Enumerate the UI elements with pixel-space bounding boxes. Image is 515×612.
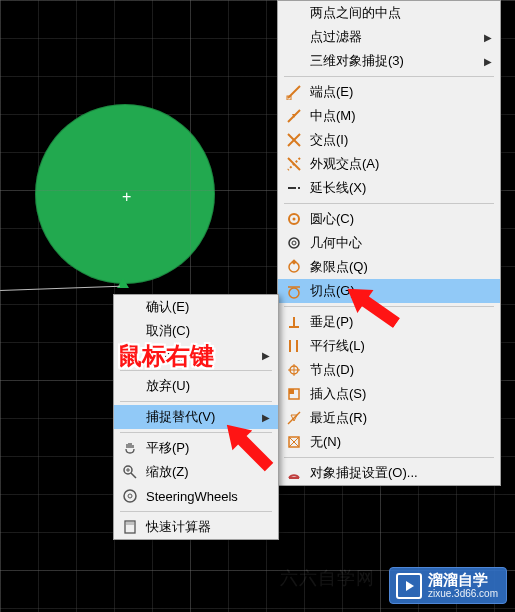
svg-rect-15	[291, 259, 297, 265]
menu-steering-wheels[interactable]: SteeringWheels	[114, 484, 278, 508]
apparent-intersection-icon	[284, 156, 304, 172]
menu-separator	[284, 203, 494, 204]
menu-label: 对象捕捉设置(O)...	[310, 464, 492, 482]
menu-point-filter[interactable]: 点过滤器 ▶	[278, 25, 500, 49]
faint-watermark: 六六自学网	[280, 566, 375, 590]
menu-separator	[120, 401, 272, 402]
menu-label: 捕捉替代(V)	[146, 408, 244, 426]
menu-zoom[interactable]: 缩放(Z)	[114, 460, 278, 484]
menu-apparent-intersection[interactable]: 外观交点(A)	[278, 152, 500, 176]
menu-label: 动态输入	[146, 346, 244, 364]
pan-icon	[120, 440, 140, 456]
svg-rect-40	[126, 522, 134, 525]
menu-center[interactable]: 圆心(C)	[278, 207, 500, 231]
menu-label: 最近点(R)	[310, 409, 492, 427]
menu-snap-override[interactable]: 捕捉替代(V) ▶	[114, 405, 278, 429]
zoom-icon	[120, 464, 140, 480]
svg-point-16	[289, 288, 299, 298]
crosshair-cursor: +	[122, 188, 131, 206]
menu-3d-osnap[interactable]: 三维对象捕捉(3) ▶	[278, 49, 500, 73]
endpoint-icon	[284, 84, 304, 100]
svg-line-27	[288, 412, 300, 424]
watermark-url: zixue.3d66.com	[428, 589, 498, 599]
play-icon	[396, 573, 422, 599]
menu-confirm[interactable]: 确认(E)	[114, 295, 278, 319]
svg-point-13	[292, 241, 296, 245]
menu-label: 无(N)	[310, 433, 492, 451]
menu-label: 缩放(Z)	[146, 463, 270, 481]
menu-geom-center[interactable]: 几何中心	[278, 231, 500, 255]
menu-separator	[120, 370, 272, 371]
menu-tangent[interactable]: 切点(G)	[278, 279, 500, 303]
center-icon	[284, 211, 304, 227]
menu-label: 节点(D)	[310, 361, 492, 379]
svg-rect-26	[289, 389, 294, 394]
menu-separator	[284, 76, 494, 77]
menu-node[interactable]: 节点(D)	[278, 358, 500, 382]
menu-separator	[284, 306, 494, 307]
menu-label: SteeringWheels	[146, 489, 270, 504]
insertion-icon	[284, 386, 304, 402]
watermark-title: 溜溜自学	[428, 572, 498, 587]
menu-label: 几何中心	[310, 234, 492, 252]
submenu-arrow-icon: ▶	[262, 350, 270, 361]
menu-label: 切点(G)	[310, 282, 492, 300]
menu-midpoint-between[interactable]: 两点之间的中点	[278, 1, 500, 25]
nearest-icon	[284, 410, 304, 426]
submenu-arrow-icon: ▶	[262, 412, 270, 423]
menu-dynamic-input[interactable]: 动态输入 ▶	[114, 343, 278, 367]
osnap-submenu: 两点之间的中点 点过滤器 ▶ 三维对象捕捉(3) ▶ 端点(E) 中点(M) 交…	[277, 0, 501, 486]
svg-point-38	[128, 494, 132, 498]
menu-label: 插入点(S)	[310, 385, 492, 403]
watermark-badge: 溜溜自学 zixue.3d66.com	[389, 567, 507, 604]
menu-intersection[interactable]: 交点(I)	[278, 128, 500, 152]
menu-label: 端点(E)	[310, 83, 492, 101]
osnap-settings-icon	[284, 465, 304, 481]
svg-point-12	[289, 238, 299, 248]
submenu-arrow-icon: ▶	[484, 32, 492, 43]
menu-label: 延长线(X)	[310, 179, 492, 197]
steering-wheels-icon	[120, 488, 140, 504]
menu-label: 三维对象捕捉(3)	[310, 52, 466, 70]
menu-cancel[interactable]: 取消(C)	[114, 319, 278, 343]
svg-line-34	[131, 473, 136, 478]
context-menu: 确认(E) 取消(C) 动态输入 ▶ 放弃(U) 捕捉替代(V) ▶ 平移(P)…	[113, 294, 279, 540]
menu-midpoint[interactable]: 中点(M)	[278, 104, 500, 128]
menu-label: 两点之间的中点	[310, 4, 492, 22]
menu-label: 交点(I)	[310, 131, 492, 149]
quadrant-icon	[284, 259, 304, 275]
node-icon	[284, 362, 304, 378]
menu-label: 确认(E)	[146, 298, 270, 316]
menu-endpoint[interactable]: 端点(E)	[278, 80, 500, 104]
menu-discard[interactable]: 放弃(U)	[114, 374, 278, 398]
intersection-icon	[284, 132, 304, 148]
menu-pan[interactable]: 平移(P)	[114, 436, 278, 460]
menu-label: 点过滤器	[310, 28, 466, 46]
menu-insertion[interactable]: 插入点(S)	[278, 382, 500, 406]
geom-center-icon	[284, 235, 304, 251]
extension-icon	[284, 180, 304, 196]
menu-quadrant[interactable]: 象限点(Q)	[278, 255, 500, 279]
tangent-icon	[284, 283, 304, 299]
menu-osnap-settings[interactable]: 对象捕捉设置(O)...	[278, 461, 500, 485]
menu-label: 中点(M)	[310, 107, 492, 125]
menu-label: 取消(C)	[146, 322, 270, 340]
construction-line	[0, 286, 120, 291]
menu-label: 圆心(C)	[310, 210, 492, 228]
menu-none[interactable]: 无(N)	[278, 430, 500, 454]
menu-label: 平移(P)	[146, 439, 270, 457]
svg-point-11	[293, 218, 296, 221]
parallel-icon	[284, 338, 304, 354]
menu-parallel[interactable]: 平行线(L)	[278, 334, 500, 358]
menu-separator	[120, 432, 272, 433]
menu-nearest[interactable]: 最近点(R)	[278, 406, 500, 430]
calculator-icon	[120, 519, 140, 535]
menu-label: 平行线(L)	[310, 337, 492, 355]
menu-separator	[284, 457, 494, 458]
perpendicular-icon	[284, 314, 304, 330]
menu-quickcalc[interactable]: 快速计算器	[114, 515, 278, 539]
submenu-arrow-icon: ▶	[484, 56, 492, 67]
menu-extension[interactable]: 延长线(X)	[278, 176, 500, 200]
menu-label: 放弃(U)	[146, 377, 270, 395]
menu-perpendicular[interactable]: 垂足(P)	[278, 310, 500, 334]
